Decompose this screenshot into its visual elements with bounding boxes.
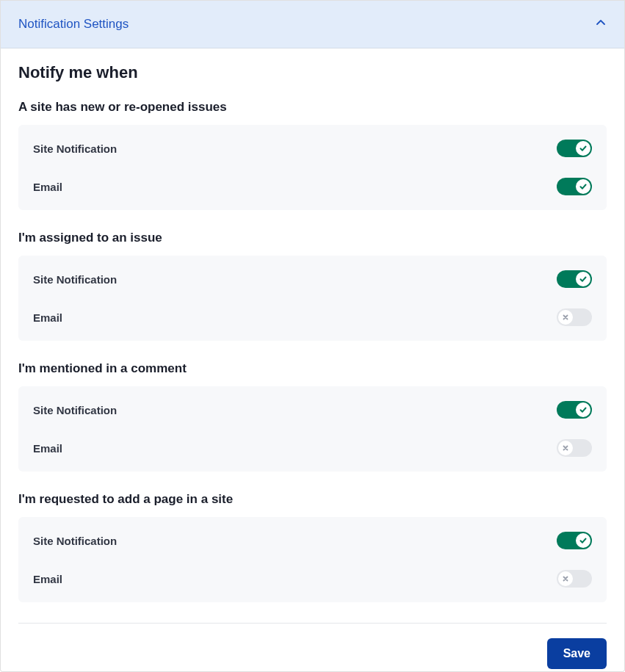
row-site-notification: Site Notification [18, 521, 607, 560]
group-body: Site Notification Email [18, 517, 607, 602]
toggle-email[interactable] [557, 570, 592, 588]
row-email: Email [18, 560, 607, 598]
group-body: Site Notification Email [18, 125, 607, 210]
content-area: Notify me when A site has new or re-open… [1, 48, 624, 672]
row-label: Email [33, 442, 62, 455]
footer: Save [18, 638, 607, 669]
group-mentioned-comment: I'm mentioned in a comment Site Notifica… [18, 361, 607, 472]
x-icon [558, 441, 573, 455]
group-title: I'm assigned to an issue [18, 231, 607, 245]
group-title: A site has new or re-opened issues [18, 100, 607, 115]
accordion-header[interactable]: Notification Settings [1, 0, 624, 48]
row-email: Email [18, 298, 607, 336]
group-title: I'm requested to add a page in a site [18, 492, 607, 507]
group-body: Site Notification Email [18, 386, 607, 472]
toggle-site-notification[interactable] [557, 140, 592, 157]
toggle-email[interactable] [557, 439, 592, 457]
group-new-issues: A site has new or re-opened issues Site … [18, 100, 607, 210]
row-label: Email [33, 181, 62, 193]
toggle-site-notification[interactable] [557, 401, 592, 419]
row-email: Email [18, 429, 607, 467]
section-title: Notify me when [18, 63, 607, 82]
group-title: I'm mentioned in a comment [18, 361, 607, 376]
check-icon [576, 141, 590, 156]
row-email: Email [18, 167, 607, 206]
row-site-notification: Site Notification [18, 260, 607, 298]
group-requested-add-page: I'm requested to add a page in a site Si… [18, 492, 607, 602]
check-icon [576, 402, 590, 417]
toggle-email[interactable] [557, 178, 592, 195]
accordion-title: Notification Settings [18, 17, 129, 32]
toggle-site-notification[interactable] [557, 532, 592, 549]
row-label: Site Notification [33, 273, 117, 286]
toggle-email[interactable] [557, 308, 592, 326]
row-label: Site Notification [33, 404, 117, 416]
check-icon [576, 179, 590, 194]
check-icon [576, 272, 590, 286]
row-label: Site Notification [33, 535, 117, 547]
row-label: Email [33, 573, 62, 585]
group-assigned-issue: I'm assigned to an issue Site Notificati… [18, 231, 607, 341]
chevron-up-icon [595, 17, 607, 32]
row-label: Site Notification [33, 142, 117, 155]
row-site-notification: Site Notification [18, 391, 607, 429]
settings-panel: Notification Settings Notify me when A s… [0, 0, 625, 672]
row-label: Email [33, 311, 62, 324]
save-button[interactable]: Save [547, 638, 607, 669]
check-icon [576, 533, 590, 548]
x-icon [558, 571, 573, 586]
divider [18, 623, 607, 624]
x-icon [558, 310, 573, 325]
group-body: Site Notification Email [18, 256, 607, 341]
row-site-notification: Site Notification [18, 129, 607, 167]
toggle-site-notification[interactable] [557, 270, 592, 288]
